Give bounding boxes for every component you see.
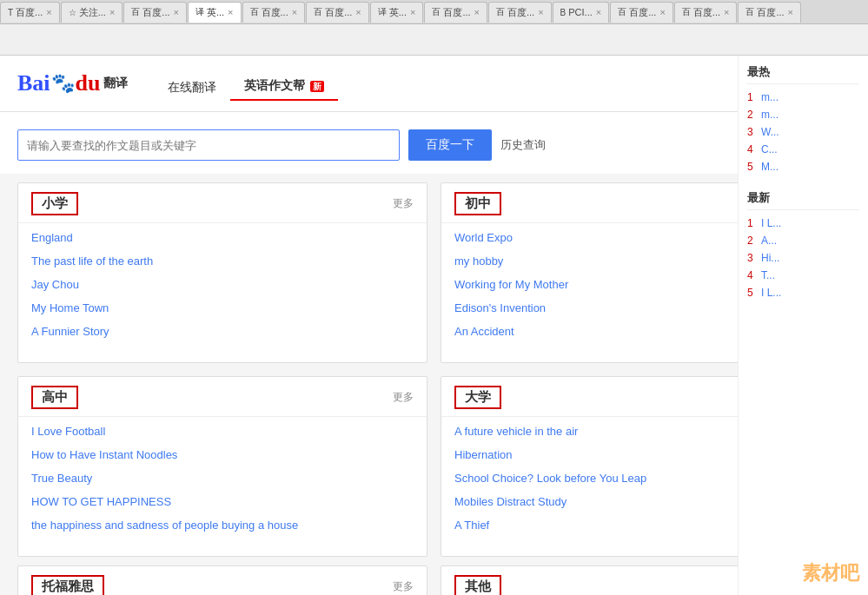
sidebar-hot-link-3[interactable]: W...: [761, 126, 779, 138]
high-title: 高中: [31, 386, 78, 409]
elementary-link-0[interactable]: England: [31, 232, 414, 243]
tab-1[interactable]: T 百度... ×: [0, 2, 60, 23]
high-header: 高中 更多: [18, 377, 427, 417]
elementary-link-4[interactable]: A Funnier Story: [31, 326, 414, 337]
logo-chinese: 翻译: [103, 76, 128, 91]
elementary-more[interactable]: 更多: [393, 196, 414, 211]
sidebar-new-link-2[interactable]: A...: [761, 235, 777, 247]
rank-1: 1: [747, 91, 758, 103]
tab-close-1[interactable]: ×: [46, 7, 51, 17]
sidebar-hot-link-1[interactable]: m...: [761, 91, 779, 103]
tab-8[interactable]: 百 百度... ×: [424, 2, 487, 23]
tab-essay-help[interactable]: 英语作文帮 新: [230, 73, 339, 101]
tab-close-4[interactable]: ×: [228, 7, 233, 17]
tab-icon-8: 百: [432, 6, 441, 18]
tab-close-10[interactable]: ×: [596, 7, 601, 17]
elementary-title: 小学: [31, 192, 78, 215]
sidebar-new-link-3[interactable]: Hi...: [761, 252, 779, 264]
tab-close-6[interactable]: ×: [355, 7, 361, 17]
toefl-more[interactable]: 更多: [393, 579, 414, 594]
sidebar-hot-1: 1 m...: [747, 91, 859, 103]
toefl-card: 托福雅思 更多 Is the Loneliness a Bad Thing?: [17, 565, 427, 595]
new-rank-3: 3: [747, 252, 758, 264]
page-wrapper: Bai 🐾 du 翻译 在线翻译 英语作文帮 新 生生314 ▼ 百度一下 历史…: [0, 56, 868, 595]
tab-icon-5: 百: [250, 6, 259, 18]
sidebar-new-title: 最新: [747, 190, 859, 210]
tab-close-11[interactable]: ×: [659, 7, 665, 17]
high-card: 高中 更多 I Love Football How to Have Instan…: [17, 376, 427, 557]
tab-12[interactable]: 百 百度... ×: [674, 2, 738, 23]
high-link-3[interactable]: HOW TO GET HAPPINESS: [31, 496, 414, 507]
search-input[interactable]: [17, 129, 400, 161]
tab-close-8[interactable]: ×: [474, 7, 480, 17]
logo: Bai 🐾 du 翻译: [17, 70, 128, 96]
elementary-card: 小学 更多 England The past life of the earth…: [17, 182, 427, 363]
elementary-link-3[interactable]: My Home Town: [31, 302, 414, 314]
tab-icon-13: 百: [745, 6, 754, 18]
tab-icon-9: 百: [496, 6, 505, 18]
nav-tabs: 在线翻译 英语作文帮 新: [154, 66, 339, 101]
sidebar-new-link-5[interactable]: I L...: [761, 287, 781, 299]
new-rank-2: 2: [747, 235, 758, 247]
tab-icon-2: ☆: [69, 8, 76, 17]
right-sidebar: 最热 1 m... 2 m... 3 W... 4 C... 5 M...: [738, 56, 868, 595]
browser-tabs: T 百度... × ☆ 关注... × 百 百度... × 译 英... × 百…: [0, 0, 868, 24]
toefl-title: 托福雅思: [31, 575, 104, 595]
sidebar-hot-title: 最热: [747, 64, 859, 84]
rank-5: 5: [747, 161, 758, 173]
university-title: 大学: [454, 386, 501, 409]
tab-close-9[interactable]: ×: [538, 7, 543, 17]
bottom-grid: 托福雅思 更多 Is the Loneliness a Bad Thing? 其…: [17, 565, 851, 595]
tab-close-3[interactable]: ×: [174, 7, 179, 17]
address-bar: [0, 24, 868, 56]
tab-9[interactable]: 百 百度... ×: [488, 2, 552, 23]
sidebar-hot-4: 4 C...: [747, 143, 859, 155]
middle-title: 初中: [454, 192, 501, 215]
elementary-header: 小学 更多: [18, 183, 427, 223]
tab-3[interactable]: 百 百度... ×: [123, 2, 187, 23]
tab-13[interactable]: 百 百度... ×: [738, 2, 801, 23]
tab-11[interactable]: 百 百度... ×: [610, 2, 673, 23]
history-button[interactable]: 历史查询: [500, 137, 546, 153]
tab-2[interactable]: ☆ 关注... ×: [61, 2, 123, 23]
high-links: I Love Football How to Have Instant Nood…: [18, 426, 427, 531]
tab-7[interactable]: 译 英... ×: [370, 2, 424, 23]
tab-icon-7: 译: [378, 6, 387, 18]
high-link-0[interactable]: I Love Football: [31, 426, 414, 437]
sidebar-hot-link-2[interactable]: m...: [761, 109, 779, 121]
tab-5[interactable]: 百 百度... ×: [242, 2, 306, 23]
tab-icon-12: 百: [682, 6, 691, 18]
tab-4-active[interactable]: 译 英... ×: [188, 2, 242, 23]
new-rank-5: 5: [747, 287, 758, 299]
logo-paw-icon: 🐾: [51, 72, 75, 95]
tab-icon-1: T: [8, 8, 13, 17]
tab-online-translate[interactable]: 在线翻译: [154, 75, 230, 101]
sidebar-hot-link-5[interactable]: M...: [761, 161, 779, 173]
tab-icon-10: B: [560, 8, 567, 17]
high-more[interactable]: 更多: [393, 390, 414, 405]
sidebar-hot-3: 3 W...: [747, 126, 859, 138]
sidebar-hot-link-4[interactable]: C...: [761, 143, 778, 155]
search-button[interactable]: 百度一下: [408, 129, 492, 161]
tab-6[interactable]: 百 百度... ×: [306, 2, 369, 23]
main-grid: 小学 更多 England The past life of the earth…: [17, 174, 851, 565]
sidebar-hot-2: 2 m...: [747, 109, 859, 121]
tab-close-5[interactable]: ×: [292, 7, 297, 17]
high-link-2[interactable]: True Beauty: [31, 473, 414, 484]
high-link-1[interactable]: How to Have Instant Noodles: [31, 449, 414, 460]
sidebar-new-2: 2 A...: [747, 235, 859, 247]
other-title: 其他: [454, 575, 501, 595]
tab-close-13[interactable]: ×: [788, 7, 793, 17]
tab-close-7[interactable]: ×: [410, 7, 415, 17]
sidebar-new-link-4[interactable]: T...: [761, 269, 775, 281]
sidebar-new-link-1[interactable]: I L...: [761, 217, 781, 229]
rank-4: 4: [747, 143, 758, 155]
rank-2: 2: [747, 109, 758, 121]
tab-close-12[interactable]: ×: [724, 7, 729, 17]
elementary-link-2[interactable]: Jay Chou: [31, 279, 414, 290]
elementary-link-1[interactable]: The past life of the earth: [31, 255, 414, 267]
tab-close-2[interactable]: ×: [109, 7, 115, 17]
toefl-header: 托福雅思 更多: [18, 566, 427, 595]
tab-10[interactable]: B PCI... ×: [553, 2, 610, 23]
high-link-4[interactable]: the happiness and sadness of people buyi…: [31, 519, 414, 531]
